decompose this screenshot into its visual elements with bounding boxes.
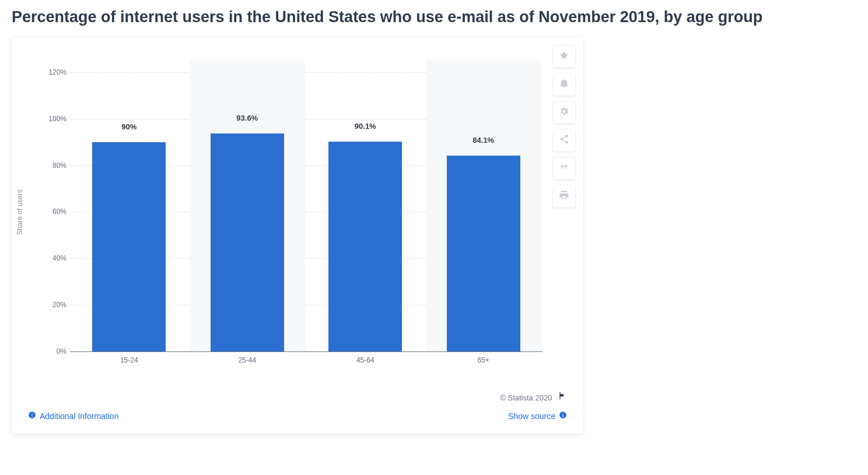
- bell-icon: [559, 78, 569, 91]
- star-icon: [559, 50, 569, 63]
- bar-value-label: 90.1%: [355, 122, 376, 131]
- share-icon: [559, 134, 569, 147]
- bar-value-label: 84.1%: [473, 136, 494, 145]
- y-axis-label: Share of users: [16, 189, 24, 235]
- y-tick-label: 80%: [43, 161, 66, 170]
- bar-value-label: 90%: [121, 122, 136, 131]
- plot-area: 0%20%40%60%80%100%120%90%15-2493.6%25-44…: [70, 61, 542, 352]
- x-tick-label: 15-24: [120, 356, 138, 364]
- x-tick-label: 25-44: [238, 356, 256, 364]
- chart-area: Share of users 0%20%40%60%80%100%120%90%…: [23, 49, 548, 375]
- bar[interactable]: [328, 142, 402, 351]
- page-title: Percentage of internet users in the Unit…: [12, 7, 852, 27]
- print-button[interactable]: [553, 185, 575, 207]
- bar-value-label: 93.6%: [236, 114, 258, 122]
- quote-icon: [559, 162, 569, 175]
- bar[interactable]: [447, 156, 520, 351]
- additional-info-link[interactable]: Additional Information: [28, 411, 118, 421]
- copyright-text: © Statista 2020: [500, 391, 567, 402]
- flag-icon[interactable]: [558, 391, 567, 400]
- settings-button[interactable]: [553, 101, 575, 124]
- chart-card: Share of users 0%20%40%60%80%100%120%90%…: [12, 37, 583, 434]
- bar[interactable]: [211, 133, 284, 351]
- y-tick-label: 60%: [43, 207, 66, 216]
- y-tick-label: 0%: [43, 347, 66, 356]
- favorite-button[interactable]: [553, 45, 575, 68]
- info-icon: [28, 411, 36, 421]
- y-tick-label: 100%: [43, 115, 66, 123]
- alert-button[interactable]: [553, 73, 575, 96]
- y-tick-label: 40%: [43, 254, 66, 262]
- y-tick-label: 120%: [43, 68, 66, 76]
- bar[interactable]: [92, 142, 166, 351]
- y-tick-label: 20%: [43, 301, 66, 309]
- x-tick-label: 65+: [478, 356, 489, 364]
- chart-toolbar: [553, 45, 575, 207]
- show-source-link[interactable]: Show source: [508, 411, 567, 421]
- x-tick-label: 45-64: [356, 356, 374, 364]
- cite-button[interactable]: [553, 157, 575, 180]
- print-icon: [559, 190, 569, 203]
- gear-icon: [559, 106, 569, 119]
- share-button[interactable]: [553, 129, 575, 152]
- info-icon: [559, 411, 567, 421]
